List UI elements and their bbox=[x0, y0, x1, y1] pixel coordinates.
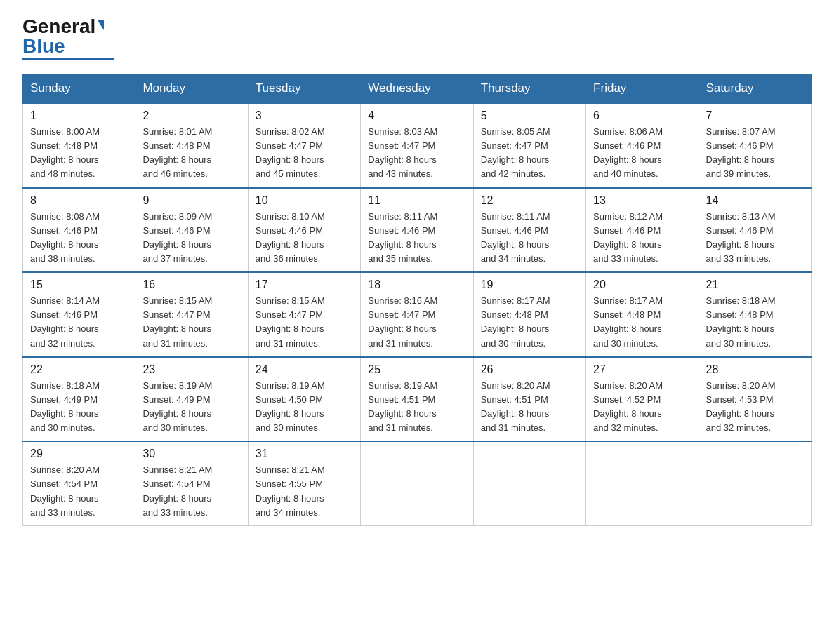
calendar-day-cell: 2 Sunrise: 8:01 AM Sunset: 4:48 PM Dayli… bbox=[135, 103, 248, 188]
sunset-label: Sunset: bbox=[368, 309, 402, 320]
day-number: 9 bbox=[143, 194, 240, 207]
sunrise-label: Sunrise: bbox=[256, 380, 291, 391]
daylight-label: Daylight: bbox=[256, 323, 293, 334]
sunset-value: 4:46 PM bbox=[627, 140, 661, 151]
day-number: 2 bbox=[143, 109, 240, 122]
day-number: 11 bbox=[368, 194, 465, 207]
sunrise-value: 8:03 AM bbox=[404, 126, 438, 137]
sunset-value: 4:51 PM bbox=[514, 394, 548, 405]
day-number: 15 bbox=[30, 279, 128, 291]
sunrise-label: Sunrise: bbox=[368, 211, 404, 222]
calendar-day-cell: 11 Sunrise: 8:11 AM Sunset: 4:46 PM Dayl… bbox=[361, 188, 473, 273]
daylight-label: Daylight: bbox=[30, 408, 68, 419]
sunset-value: 4:46 PM bbox=[627, 225, 661, 236]
sunset-value: 4:47 PM bbox=[289, 140, 323, 151]
sunrise-value: 8:18 AM bbox=[742, 295, 776, 306]
day-info: Sunrise: 8:15 AM Sunset: 4:47 PM Dayligh… bbox=[143, 294, 240, 351]
day-info: Sunrise: 8:03 AM Sunset: 4:47 PM Dayligh… bbox=[368, 125, 465, 182]
sunset-label: Sunset: bbox=[706, 225, 740, 236]
sunrise-label: Sunrise: bbox=[706, 295, 742, 306]
daylight-label: Daylight: bbox=[368, 323, 406, 334]
daylight-label: Daylight: bbox=[706, 154, 744, 165]
calendar-day-cell: 24 Sunrise: 8:19 AM Sunset: 4:50 PM Dayl… bbox=[248, 357, 360, 442]
calendar-day-cell: 7 Sunrise: 8:07 AM Sunset: 4:46 PM Dayli… bbox=[699, 103, 811, 188]
sunset-value: 4:55 PM bbox=[289, 478, 323, 489]
sunset-value: 4:46 PM bbox=[289, 225, 323, 236]
sunset-label: Sunset: bbox=[593, 225, 627, 236]
sunrise-value: 8:16 AM bbox=[404, 295, 438, 306]
sunset-label: Sunset: bbox=[481, 309, 515, 320]
calendar-day-cell: 29 Sunrise: 8:20 AM Sunset: 4:54 PM Dayl… bbox=[23, 441, 135, 525]
calendar-empty-cell bbox=[586, 441, 699, 525]
sunrise-value: 8:19 AM bbox=[404, 380, 438, 391]
daylight-label: Daylight: bbox=[256, 493, 293, 504]
daylight-label: Daylight: bbox=[30, 239, 68, 250]
sunset-label: Sunset: bbox=[706, 394, 740, 405]
sunrise-value: 8:00 AM bbox=[66, 126, 100, 137]
sunset-label: Sunset: bbox=[256, 140, 289, 151]
day-info: Sunrise: 8:19 AM Sunset: 4:50 PM Dayligh… bbox=[256, 379, 353, 436]
logo-arrow-icon bbox=[98, 20, 104, 30]
day-info: Sunrise: 8:17 AM Sunset: 4:48 PM Dayligh… bbox=[481, 294, 578, 351]
sunrise-value: 8:10 AM bbox=[291, 211, 325, 222]
sunset-value: 4:49 PM bbox=[64, 394, 98, 405]
sunset-label: Sunset: bbox=[30, 394, 64, 405]
sunrise-label: Sunrise: bbox=[143, 211, 178, 222]
calendar-day-cell: 13 Sunrise: 8:12 AM Sunset: 4:46 PM Dayl… bbox=[586, 188, 699, 273]
day-info: Sunrise: 8:02 AM Sunset: 4:47 PM Dayligh… bbox=[256, 125, 353, 182]
daylight-label: Daylight: bbox=[481, 239, 519, 250]
sunrise-label: Sunrise: bbox=[143, 126, 178, 137]
day-number: 28 bbox=[706, 363, 804, 376]
day-number: 4 bbox=[368, 109, 465, 122]
day-info: Sunrise: 8:01 AM Sunset: 4:48 PM Dayligh… bbox=[143, 125, 240, 182]
sunset-value: 4:46 PM bbox=[739, 140, 773, 151]
daylight-label: Daylight: bbox=[30, 154, 68, 165]
sunset-value: 4:54 PM bbox=[64, 478, 98, 489]
sunrise-label: Sunrise: bbox=[481, 211, 517, 222]
sunset-label: Sunset: bbox=[593, 140, 627, 151]
sunset-label: Sunset: bbox=[368, 394, 402, 405]
sunset-label: Sunset: bbox=[143, 225, 176, 236]
sunrise-value: 8:21 AM bbox=[291, 464, 325, 475]
calendar-day-cell: 31 Sunrise: 8:21 AM Sunset: 4:55 PM Dayl… bbox=[248, 441, 360, 525]
sunrise-label: Sunrise: bbox=[30, 464, 66, 475]
sunrise-value: 8:18 AM bbox=[66, 380, 100, 391]
calendar-empty-cell bbox=[361, 441, 473, 525]
day-info: Sunrise: 8:05 AM Sunset: 4:47 PM Dayligh… bbox=[481, 125, 578, 182]
logo-blue-text: Blue bbox=[22, 36, 65, 56]
sunrise-value: 8:17 AM bbox=[517, 295, 550, 306]
daylight-label: Daylight: bbox=[256, 408, 293, 419]
calendar-day-cell: 17 Sunrise: 8:15 AM Sunset: 4:47 PM Dayl… bbox=[248, 272, 360, 357]
sunset-value: 4:51 PM bbox=[402, 394, 435, 405]
sunrise-label: Sunrise: bbox=[368, 126, 404, 137]
calendar-day-cell: 10 Sunrise: 8:10 AM Sunset: 4:46 PM Dayl… bbox=[248, 188, 360, 273]
sunset-value: 4:46 PM bbox=[64, 309, 98, 320]
sunset-label: Sunset: bbox=[30, 309, 64, 320]
sunrise-value: 8:21 AM bbox=[179, 464, 213, 475]
sunrise-label: Sunrise: bbox=[256, 464, 291, 475]
day-info: Sunrise: 8:13 AM Sunset: 4:46 PM Dayligh… bbox=[706, 210, 804, 267]
sunrise-label: Sunrise: bbox=[143, 380, 178, 391]
sunset-label: Sunset: bbox=[256, 394, 289, 405]
sunrise-label: Sunrise: bbox=[593, 295, 629, 306]
sunset-label: Sunset: bbox=[593, 394, 627, 405]
sunset-label: Sunset: bbox=[256, 478, 289, 489]
sunset-label: Sunset: bbox=[481, 394, 515, 405]
sunrise-label: Sunrise: bbox=[593, 126, 629, 137]
sunrise-label: Sunrise: bbox=[30, 211, 66, 222]
day-number: 12 bbox=[481, 194, 578, 207]
calendar-day-cell: 3 Sunrise: 8:02 AM Sunset: 4:47 PM Dayli… bbox=[248, 103, 360, 188]
daylight-label: Daylight: bbox=[30, 493, 68, 504]
day-info: Sunrise: 8:10 AM Sunset: 4:46 PM Dayligh… bbox=[256, 210, 353, 267]
sunset-label: Sunset: bbox=[143, 309, 176, 320]
daylight-label: Daylight: bbox=[481, 154, 519, 165]
sunrise-value: 8:12 AM bbox=[629, 211, 663, 222]
sunrise-value: 8:15 AM bbox=[291, 295, 325, 306]
daylight-label: Daylight: bbox=[368, 239, 406, 250]
calendar-week-row: 22 Sunrise: 8:18 AM Sunset: 4:49 PM Dayl… bbox=[23, 357, 812, 442]
day-info: Sunrise: 8:18 AM Sunset: 4:49 PM Dayligh… bbox=[30, 379, 128, 436]
calendar-header-row: SundayMondayTuesdayWednesdayThursdayFrid… bbox=[23, 74, 812, 104]
daylight-label: Daylight: bbox=[143, 408, 180, 419]
sunrise-value: 8:05 AM bbox=[517, 126, 550, 137]
daylight-label: Daylight: bbox=[368, 408, 406, 419]
